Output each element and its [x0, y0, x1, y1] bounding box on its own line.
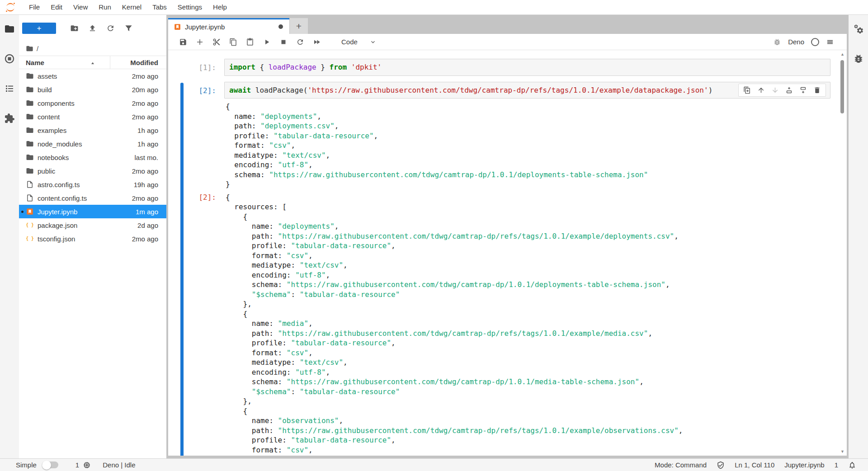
breadcrumb[interactable]: / [19, 41, 166, 56]
kernel-status-icon[interactable] [811, 38, 819, 46]
active-file-name: Jupyter.ipynb [784, 461, 824, 469]
restart-run-all-button[interactable] [313, 38, 321, 46]
code-editor[interactable]: await loadPackage('https://raw.githubuse… [224, 82, 830, 99]
file-row-node_modules[interactable]: node_modules1h ago [19, 137, 166, 151]
file-row-notebooks[interactable]: notebookslast mo. [19, 151, 166, 164]
delete-cell-button[interactable] [813, 86, 821, 94]
file-name: content [38, 113, 110, 121]
bell-icon[interactable] [848, 461, 856, 469]
input-prompt: [1]: [168, 59, 224, 76]
file-row-content[interactable]: content2mo ago [19, 110, 166, 123]
file-row-public[interactable]: public2mo ago [19, 164, 166, 178]
file-row-astro.config.ts[interactable]: astro.config.ts19h ago [19, 178, 166, 191]
file-modified: 2d ago [110, 221, 158, 229]
file-icon [26, 194, 34, 202]
kernel-menu-icon[interactable] [826, 38, 834, 46]
menu-view[interactable]: View [68, 0, 93, 14]
notebook-icon [174, 23, 181, 31]
folder-icon [26, 140, 34, 148]
duplicate-cell-button[interactable] [743, 86, 751, 94]
tab-bar: Jupyter.ipynb + [168, 15, 847, 34]
dock-panel: Jupyter.ipynb + Code Deno [166, 15, 849, 458]
new-folder-button[interactable] [70, 24, 79, 33]
active-cell-collapser[interactable] [180, 83, 184, 456]
input-prompt: [2]: [168, 82, 224, 99]
menu-edit[interactable]: Edit [45, 0, 68, 14]
refresh-button[interactable] [106, 24, 115, 33]
file-row-Jupyter.ipynb[interactable]: Jupyter.ipynb1m ago [19, 205, 166, 218]
menu-settings[interactable]: Settings [172, 0, 208, 14]
output-prompt: [2]: [168, 193, 224, 456]
restart-kernel-button[interactable] [296, 38, 304, 46]
sidebar-item-running-sessions[interactable] [4, 53, 15, 64]
scroll-down-arrow-icon[interactable]: ▼ [839, 448, 846, 455]
cursor-position[interactable]: Ln 1, Col 110 [735, 461, 774, 469]
code-editor[interactable]: import { loadPackage } from 'dpkit' [224, 59, 830, 76]
run-cell-button[interactable] [263, 38, 271, 46]
tab-jupyter-ipynb[interactable]: Jupyter.ipynb [168, 18, 289, 34]
menu-file[interactable]: File [24, 0, 45, 14]
chevron-down-icon [369, 38, 377, 46]
new-launcher-button[interactable]: + [22, 23, 56, 34]
menu-run[interactable]: Run [93, 0, 117, 14]
column-header-modified[interactable]: Modified [110, 59, 158, 66]
jupyterlab-app: FileEditViewRunKernelTabsSettingsHelp + … [0, 0, 868, 471]
file-modified: 2mo ago [110, 72, 158, 80]
sidebar-item-property-inspector[interactable] [853, 24, 864, 34]
sidebar-item-extension-manager[interactable] [4, 113, 15, 124]
menu-help[interactable]: Help [208, 0, 232, 14]
simple-mode-toggle[interactable] [42, 462, 58, 468]
file-browser: + / Name Modified assets2mo agobuild20m … [19, 15, 166, 458]
filter-button[interactable] [124, 24, 133, 33]
interrupt-kernel-button[interactable] [279, 38, 288, 46]
folder-icon [26, 113, 34, 121]
kernel-name[interactable]: Deno [788, 38, 804, 46]
scrollbar-thumb[interactable] [840, 60, 844, 113]
file-row-examples[interactable]: examples1h ago [19, 123, 166, 137]
sidebar-item-file-browser[interactable] [4, 24, 15, 34]
insert-cell-above-button[interactable] [785, 86, 793, 94]
kernel-status-text[interactable]: Deno | Idle [103, 461, 135, 469]
column-header-name[interactable]: Name [26, 56, 110, 69]
breadcrumb-path: / [37, 45, 38, 52]
paste-cell-button[interactable] [246, 38, 254, 46]
file-row-assets[interactable]: assets2mo ago [19, 69, 166, 83]
file-modified: 19h ago [110, 181, 158, 188]
trust-shield-icon[interactable] [717, 461, 725, 469]
file-modified: 1h ago [110, 127, 158, 134]
upload-button[interactable] [88, 24, 97, 33]
file-row-package.json[interactable]: { }package.json2d ago [19, 218, 166, 232]
cell-type-dropdown[interactable]: Code [341, 38, 377, 46]
sidebar-item-table-of-contents[interactable] [4, 83, 15, 94]
file-name: assets [38, 72, 110, 80]
menu-bar: FileEditViewRunKernelTabsSettingsHelp [0, 0, 868, 15]
cell-2: [2]:await loadPackage('https://raw.githu… [168, 82, 847, 456]
menu-kernel[interactable]: Kernel [117, 0, 147, 14]
scroll-up-arrow-icon[interactable]: ▲ [839, 51, 846, 57]
file-name: examples [38, 127, 110, 134]
file-row-build[interactable]: build20m ago [19, 83, 166, 96]
file-name: public [38, 167, 110, 175]
running-kernels-count: 1 [75, 461, 79, 469]
debugger-icon[interactable] [773, 38, 781, 46]
file-row-components[interactable]: components2mo ago [19, 96, 166, 110]
save-button[interactable] [179, 38, 187, 46]
notebook-panel: Code Deno [1]:import { loadPackage } fro… [168, 34, 847, 456]
svg-text:{ }: { } [26, 222, 34, 227]
file-row-tsconfig.json[interactable]: { }tsconfig.json2mo ago [19, 232, 166, 245]
kernels-chip-icon[interactable] [83, 461, 91, 469]
insert-cell-button[interactable] [196, 38, 204, 46]
copy-cell-button[interactable] [229, 38, 237, 46]
move-cell-up-button[interactable] [757, 86, 765, 94]
file-modified: 1m ago [110, 208, 158, 216]
file-name: tsconfig.json [38, 235, 110, 243]
file-row-content.config.ts[interactable]: content.config.ts2mo ago [19, 191, 166, 205]
insert-cell-below-button[interactable] [799, 86, 807, 94]
json-icon: { } [26, 235, 34, 243]
cut-cell-button[interactable] [212, 38, 221, 46]
menu-tabs[interactable]: Tabs [147, 0, 172, 14]
sort-ascending-icon [90, 60, 95, 65]
sidebar-item-debugger[interactable] [853, 53, 864, 64]
file-name: node_modules [38, 140, 110, 148]
new-tab-button[interactable]: + [290, 18, 308, 34]
